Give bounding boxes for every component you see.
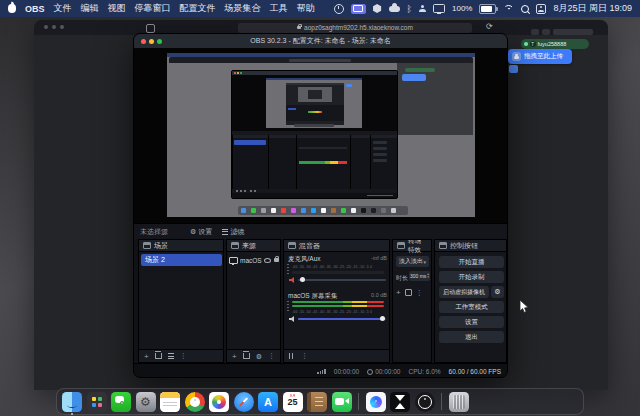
transition-select[interactable]: 淡入淡出 ▾ xyxy=(396,256,429,267)
clock-icon[interactable] xyxy=(334,4,344,14)
obs-titlebar[interactable]: OBS 30.2.3 - 配置文件: 未命名 - 场景: 未命名 xyxy=(134,34,507,48)
speaker-icon[interactable] xyxy=(289,316,295,322)
volume-slider[interactable] xyxy=(298,279,386,281)
calendar-month: 8月 xyxy=(289,392,295,397)
upload-button[interactable]: 拖拽至此上传 xyxy=(508,49,572,64)
volume-slider-row xyxy=(289,276,386,284)
browser-minimize-button[interactable] xyxy=(52,25,56,29)
volume-slider[interactable] xyxy=(298,318,386,320)
menu-edit[interactable]: 编辑 xyxy=(81,2,99,15)
avatar: T xyxy=(530,41,536,47)
menu-scene-collection[interactable]: 场景集合 xyxy=(225,2,261,15)
display-icon[interactable] xyxy=(433,4,445,13)
menu-view[interactable]: 视图 xyxy=(108,2,126,15)
contacts-icon[interactable] xyxy=(307,392,327,412)
browser-close-button[interactable] xyxy=(44,25,48,29)
chrome-icon[interactable] xyxy=(185,392,205,412)
advanced-audio-icon[interactable] xyxy=(289,353,295,359)
sources-more-button[interactable]: ⋮ xyxy=(268,352,275,360)
remove-scene-button[interactable] xyxy=(155,353,162,359)
mini-dock xyxy=(238,206,408,215)
remove-source-button[interactable] xyxy=(243,353,250,359)
source-item[interactable]: macOS xyxy=(229,254,279,266)
exit-button[interactable]: 退出 xyxy=(439,331,504,343)
menu-profile[interactable]: 配置文件 xyxy=(180,2,216,15)
reload-icon[interactable]: ⟳ xyxy=(486,22,493,31)
virtual-camera-settings-button[interactable]: ⚙ xyxy=(491,286,504,298)
trash-icon[interactable] xyxy=(449,392,469,412)
studio-mode-button[interactable]: 工作室模式 xyxy=(439,301,504,313)
user-silhouette-icon[interactable] xyxy=(419,5,426,12)
duration-stepper[interactable]: 300 ms ▴▾ xyxy=(409,271,430,281)
menu-tools[interactable]: 工具 xyxy=(270,2,288,15)
add-scene-button[interactable]: + xyxy=(144,352,149,361)
volume-meter xyxy=(292,305,384,307)
screen-recording-indicator[interactable] xyxy=(351,4,366,14)
scenes-panel-header[interactable]: 场景 xyxy=(139,240,223,252)
finder-icon[interactable] xyxy=(62,392,82,412)
drag-grip[interactable] xyxy=(287,264,289,274)
lock-icon[interactable] xyxy=(274,258,279,262)
system-settings-icon[interactable]: ⚙ xyxy=(136,392,156,412)
lock-icon xyxy=(297,26,301,30)
mute-speaker-icon[interactable] xyxy=(289,277,295,283)
settings-button[interactable]: 设置 xyxy=(439,316,504,328)
source-settings-button[interactable]: ⚙ xyxy=(256,353,262,360)
battery-icon[interactable] xyxy=(479,4,496,14)
menu-docks[interactable]: 停靠窗口 xyxy=(135,2,171,15)
desktop: aopz0saghtm9202.h5.xiaoeknow.com ⟳ T fuy… xyxy=(0,0,640,416)
facetime-icon[interactable] xyxy=(332,392,352,412)
remove-transition-button[interactable] xyxy=(405,289,412,296)
mixer-panel-header[interactable]: 混音器 xyxy=(284,240,389,252)
scene-filters-button[interactable] xyxy=(168,353,174,359)
add-transition-button[interactable]: + xyxy=(396,288,401,297)
upload-button-label: 拖拽至此上传 xyxy=(524,52,563,61)
mixer-more-button[interactable]: ⋮ xyxy=(301,352,308,360)
sources-panel-header[interactable]: 来源 xyxy=(227,240,280,252)
scenes-more-button[interactable]: ⋮ xyxy=(180,352,187,360)
start-recording-button[interactable]: 开始录制 xyxy=(439,271,504,283)
menu-app-name[interactable]: OBS xyxy=(25,4,45,14)
browser-zoom-button[interactable] xyxy=(60,25,64,29)
display-capture-icon xyxy=(229,257,238,264)
hexagon-icon[interactable] xyxy=(373,4,382,13)
menu-help[interactable]: 帮助 xyxy=(297,2,315,15)
photos-icon[interactable] xyxy=(209,392,229,412)
apple-icon[interactable] xyxy=(8,4,16,13)
add-source-button[interactable]: + xyxy=(232,352,237,361)
obs-dock-icon[interactable] xyxy=(415,392,435,412)
search-icon[interactable] xyxy=(521,5,529,13)
preview-canvas[interactable] xyxy=(134,48,508,223)
controls-panel-header[interactable]: 控制按钮 xyxy=(435,240,506,252)
start-streaming-button[interactable]: 开始直播 xyxy=(439,256,504,268)
app-store-icon[interactable]: A xyxy=(258,392,278,412)
capcut-icon[interactable] xyxy=(390,392,410,412)
page-toolbar-chip xyxy=(542,29,550,35)
calendar-icon[interactable]: 8月 25 xyxy=(283,392,303,412)
source-filters-button[interactable]: 滤镜 xyxy=(222,227,244,237)
stepper-arrows-icon[interactable]: ▴▾ xyxy=(427,273,429,279)
address-bar[interactable]: aopz0saghtm9202.h5.xiaoeknow.com xyxy=(238,23,472,33)
wechat-icon[interactable] xyxy=(111,392,131,412)
drag-grip[interactable] xyxy=(287,301,289,311)
tencent-meeting-icon[interactable] xyxy=(366,392,386,412)
scenes-toolbar: + ⋮ xyxy=(139,349,223,362)
visibility-eye-icon[interactable] xyxy=(264,258,271,263)
notes-icon[interactable] xyxy=(160,392,180,412)
scene-item-selected[interactable]: 场景 2 xyxy=(141,254,222,266)
cloud-icon[interactable] xyxy=(389,6,400,12)
start-virtual-camera-button[interactable]: 启动虚拟摄像机 xyxy=(439,286,489,298)
fast-user-switch-icon[interactable] xyxy=(536,4,546,14)
wifi-icon[interactable] xyxy=(503,5,514,13)
launchpad-icon[interactable] xyxy=(87,392,107,412)
transition-properties-button[interactable]: ⋮ xyxy=(416,289,423,297)
tab-overview-icon[interactable] xyxy=(146,24,155,33)
bluetooth-icon[interactable]: ᛒ xyxy=(407,4,412,14)
source-properties-button[interactable]: ⚙ 设置 xyxy=(190,227,212,237)
mini-obs-window xyxy=(231,70,398,199)
menubar: OBS 文件 编辑 视图 停靠窗口 配置文件 场景集合 工具 帮助 ᛒ 100%… xyxy=(0,0,640,17)
menubar-datetime[interactable]: 8月25日 周日 19:09 xyxy=(553,2,632,15)
menu-file[interactable]: 文件 xyxy=(54,2,72,15)
transitions-panel-header[interactable]: 转场特效 xyxy=(393,240,431,252)
safari-icon[interactable] xyxy=(234,392,254,412)
